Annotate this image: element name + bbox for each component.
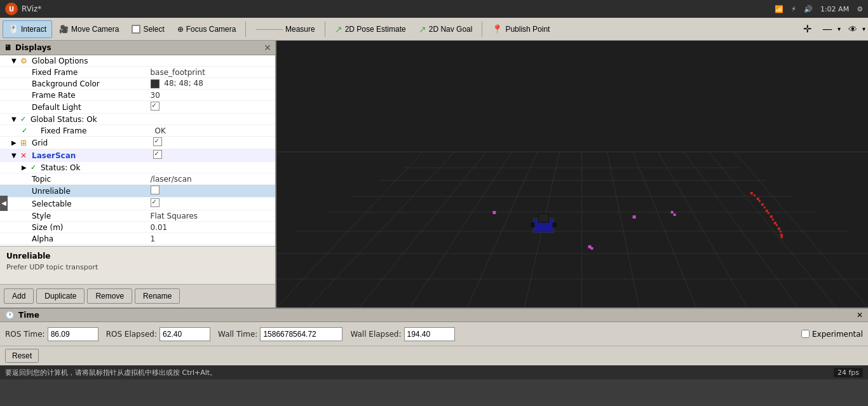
- background-color-value[interactable]: 48; 48; 48: [151, 79, 275, 88]
- experimental-checkbox[interactable]: [801, 330, 810, 338]
- ls-unreliable-row[interactable]: Unreliable: [0, 185, 275, 198]
- publish-point-button[interactable]: 📍 Publish Point: [486, 20, 555, 38]
- titlebar: U RViz* 📶 ⚡ 🔊 1:02 AM ⚙: [0, 0, 868, 18]
- ls-topic-value[interactable]: /laser/scan: [151, 175, 275, 184]
- add-display-button[interactable]: Add: [4, 288, 34, 304]
- ls-arrow[interactable]: ▼: [11, 152, 20, 159]
- nav-goal-button[interactable]: ↗ 2D Nav Goal: [413, 20, 478, 38]
- toolbar-dropdown-2[interactable]: 👁 ▾: [844, 22, 865, 36]
- background-color-row[interactable]: Background Color 48; 48; 48: [0, 78, 275, 90]
- ls-selectable-checkbox[interactable]: [151, 198, 159, 207]
- add-toolbar-button[interactable]: ✛: [797, 20, 817, 38]
- panel-collapse-arrow[interactable]: ◀: [0, 196, 8, 211]
- svg-rect-44: [591, 247, 593, 250]
- svg-rect-42: [781, 236, 783, 238]
- reset-button[interactable]: Reset: [5, 349, 39, 363]
- svg-rect-40: [780, 231, 782, 233]
- global-status-row[interactable]: ▼ ✓ Global Status: Ok: [0, 114, 275, 125]
- dropdown-arrow-2[interactable]: ▾: [862, 25, 865, 32]
- time-close-button[interactable]: ✕: [857, 311, 863, 320]
- ls-checkbox[interactable]: [153, 150, 162, 159]
- dropdown-arrow-1[interactable]: ▾: [837, 25, 841, 32]
- grid-checkbox[interactable]: [153, 137, 162, 146]
- ls-checkbox-col[interactable]: [153, 150, 275, 161]
- experimental-area: Experimental: [801, 330, 863, 339]
- titlebar-right: 📶 ⚡ 🔊 1:02 AM ⚙: [775, 5, 863, 13]
- interact-button[interactable]: 🖱️ Interact: [3, 20, 52, 38]
- gs-arrow[interactable]: ▼: [11, 116, 20, 123]
- tooltip-text: Prefer UDP topic transport: [6, 263, 269, 271]
- ls-alpha-row[interactable]: Alpha 1: [0, 233, 275, 245]
- ls-style-label: Style: [31, 212, 151, 220]
- default-light-row[interactable]: Default Light: [0, 101, 275, 114]
- ros-time-input[interactable]: [48, 327, 98, 341]
- ubuntu-logo[interactable]: U: [5, 3, 18, 15]
- fixed-frame-row[interactable]: Fixed Frame base_footprint: [0, 67, 275, 78]
- svg-rect-0: [276, 41, 868, 308]
- wall-elapsed-label: Wall Elapsed:: [350, 330, 401, 339]
- pose-estimate-button[interactable]: ↗ 2D Pose Estimate: [329, 20, 412, 38]
- ls-unreliable-value[interactable]: [151, 186, 275, 196]
- fixed-frame-status-row[interactable]: ✓ Fixed Frame OK: [0, 125, 275, 137]
- global-options-row[interactable]: ▼ ⚙ Global Options: [0, 55, 275, 67]
- duplicate-button[interactable]: Duplicate: [36, 288, 85, 304]
- svg-rect-38: [776, 224, 778, 226]
- global-options-arrow[interactable]: ▼: [11, 57, 20, 64]
- ls-status-arrow[interactable]: ▶: [22, 164, 31, 171]
- focus-camera-button[interactable]: ⊕ Focus Camera: [172, 20, 242, 38]
- time-title: Time: [18, 311, 39, 320]
- time-icon: 🕐: [5, 311, 15, 320]
- 3d-viewport[interactable]: [276, 41, 868, 308]
- toolbar-dropdown-1[interactable]: — ▾: [818, 21, 841, 37]
- ls-selectable-label: Selectable: [31, 200, 151, 208]
- global-options-icon: ⚙: [20, 57, 31, 65]
- laserscan-row[interactable]: ▼ ✕ LaserScan: [0, 149, 275, 162]
- frame-rate-row[interactable]: Frame Rate 30: [0, 90, 275, 101]
- grid-icon: ⊞: [20, 139, 31, 147]
- fixed-frame-value[interactable]: base_footprint: [151, 68, 275, 77]
- display-buttons: Add Duplicate Remove Rename: [0, 284, 275, 308]
- titlebar-left: U RViz*: [5, 3, 41, 15]
- svg-rect-45: [492, 211, 496, 214]
- ls-size-row[interactable]: Size (m) 0.01: [0, 222, 275, 233]
- default-light-value[interactable]: [151, 102, 275, 112]
- ls-topic-label: Topic: [31, 175, 151, 184]
- settings-icon[interactable]: ⚙: [857, 5, 863, 13]
- rename-button[interactable]: Rename: [135, 288, 180, 304]
- ls-status-check: ✓: [31, 163, 39, 172]
- measure-button[interactable]: ───── Measure: [250, 20, 320, 38]
- ls-selectable-value[interactable]: [151, 198, 275, 209]
- ls-unreliable-checkbox[interactable]: [151, 186, 159, 194]
- ls-selectable-row[interactable]: Selectable: [0, 198, 275, 210]
- fixed-frame-status-value: OK: [155, 126, 275, 135]
- grid-checkbox-col[interactable]: [153, 137, 275, 148]
- select-button[interactable]: Select: [126, 20, 170, 38]
- grid-arrow[interactable]: ▶: [11, 139, 20, 146]
- ros-elapsed-input[interactable]: [159, 327, 210, 341]
- grid-label: Grid: [31, 139, 153, 147]
- ls-size-value[interactable]: 0.01: [151, 223, 275, 232]
- displays-title: Displays: [15, 43, 51, 52]
- tooltip-area: Unreliable Prefer UDP topic transport: [0, 246, 275, 284]
- ls-status-row[interactable]: ▶ ✓ Status: Ok: [0, 162, 275, 173]
- frame-rate-value[interactable]: 30: [151, 91, 275, 100]
- ls-unreliable-label: Unreliable: [31, 187, 151, 196]
- move-camera-button[interactable]: 🎥 Move Camera: [53, 20, 125, 38]
- ls-topic-row[interactable]: Topic /laser/scan: [0, 173, 275, 185]
- ls-style-row[interactable]: Style Flat Squares: [0, 210, 275, 222]
- default-light-checkbox[interactable]: [151, 102, 159, 111]
- experimental-label: Experimental: [812, 330, 863, 339]
- ls-style-value[interactable]: Flat Squares: [151, 212, 275, 220]
- ls-alpha-value[interactable]: 1: [151, 234, 275, 243]
- grid-row[interactable]: ▶ ⊞ Grid: [0, 137, 275, 149]
- bg-color-text: 48; 48; 48: [164, 79, 203, 88]
- time-panel: 🕐 Time ✕ ROS Time: ROS Elapsed: Wall Tim…: [0, 308, 868, 346]
- ls-size-label: Size (m): [31, 223, 151, 232]
- wall-elapsed-input[interactable]: [404, 327, 455, 341]
- remove-button[interactable]: Remove: [87, 288, 132, 304]
- displays-close-button[interactable]: ✕: [264, 43, 271, 53]
- wall-time-input[interactable]: [260, 327, 342, 341]
- plus-icon: ✛: [803, 23, 811, 35]
- app-title: RViz*: [22, 4, 41, 13]
- select-icon: [132, 25, 140, 34]
